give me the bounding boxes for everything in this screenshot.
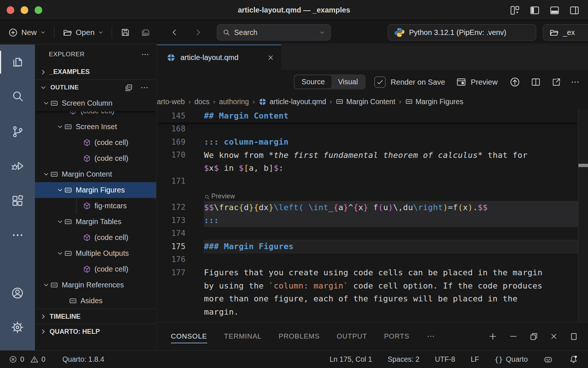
panel-tab-console[interactable]: CONSOLE: [171, 329, 207, 344]
new-icon: [8, 28, 18, 38]
breadcrumb-item[interactable]: article-layout.qmd: [258, 98, 326, 106]
outline-section-header[interactable]: OUTLINE: [35, 79, 156, 95]
line-content: ## Margin Content: [204, 109, 578, 123]
outline-item-screen-inset[interactable]: Screen Inset: [35, 119, 156, 135]
activity-gear-button[interactable]: [0, 313, 35, 342]
activity-account-button[interactable]: [0, 279, 35, 307]
outline-item-screen-column[interactable]: Screen Column: [35, 95, 156, 111]
panel-tab-terminal[interactable]: TERMINAL: [224, 329, 262, 344]
explorer-title: EXPLORER: [49, 51, 141, 58]
new-button[interactable]: New: [8, 28, 46, 38]
folder-icon: [549, 28, 559, 38]
save-all-icon[interactable]: [140, 27, 151, 38]
activity-search-button[interactable]: [0, 82, 35, 110]
gear-icon: [11, 321, 24, 334]
editor-more-icon[interactable]: [570, 77, 580, 87]
activity-git-button[interactable]: [0, 117, 35, 146]
publish-icon[interactable]: [509, 77, 520, 88]
outline-item-margin-tables[interactable]: Margin Tables: [35, 214, 156, 230]
render-on-save-checkbox[interactable]: [374, 77, 386, 88]
toggle-panel-icon[interactable]: [549, 5, 560, 16]
toggle-secondary-sidebar-icon[interactable]: [569, 5, 580, 16]
breadcrumb-item[interactable]: arto-web: [157, 98, 185, 106]
copilot-icon[interactable]: [543, 354, 553, 364]
chevron-down-icon: [42, 281, 50, 289]
breadcrumb-item[interactable]: docs: [194, 98, 209, 106]
breadcrumb-item[interactable]: authoring: [219, 98, 249, 106]
toggle-sidebar-icon[interactable]: [529, 5, 540, 16]
code-line: margin.: [157, 305, 578, 319]
scrollbar-thumb[interactable]: [578, 164, 588, 167]
navigate-back-icon[interactable]: [170, 28, 179, 37]
collapse-all-icon[interactable]: [124, 83, 133, 92]
new-console-icon[interactable]: [488, 332, 498, 341]
code-editor[interactable]: 145## Margin Content168169::: column-mar…: [157, 109, 578, 322]
navigate-forward-icon[interactable]: [194, 28, 202, 37]
preview-icon[interactable]: [456, 77, 466, 87]
encoding-status[interactable]: UTF-8: [435, 355, 455, 364]
eol-status[interactable]: LF: [471, 355, 479, 364]
restore-panel-icon[interactable]: [529, 332, 538, 341]
code-line: $x$ in $[a, b]$:: [157, 162, 578, 175]
maximize-panel-icon[interactable]: [569, 332, 578, 341]
split-editor-icon[interactable]: [531, 77, 541, 87]
explorer-more-icon[interactable]: [141, 50, 150, 59]
timeline-section[interactable]: TIMELINE: [35, 309, 156, 324]
indentation-status[interactable]: Spaces: 2: [388, 355, 420, 364]
tab-article-layout[interactable]: article-layout.qmd: [157, 45, 281, 70]
breadcrumb-item[interactable]: Margin Figures: [405, 98, 463, 106]
interpreter-selector[interactable]: Python 3.12.1 (PipEnv: .venv): [388, 24, 536, 40]
code-line: 170We know from *the first fundamental t…: [157, 149, 578, 162]
chevron-right-icon: [39, 68, 47, 76]
source-mode-button[interactable]: Source: [295, 75, 331, 88]
minimize-panel-icon[interactable]: [509, 332, 518, 341]
outline-item--code-cell-[interactable]: (code cell): [35, 261, 156, 277]
outline-item-asides[interactable]: Asides: [35, 293, 156, 309]
project-button[interactable]: _ex: [543, 24, 588, 40]
chevron-down-icon: [40, 29, 46, 35]
workspace-section[interactable]: _EXAMPLES: [35, 64, 156, 79]
activity-debug-button[interactable]: [0, 152, 35, 180]
activity-files-button[interactable]: [0, 48, 35, 77]
outline-item-margin-content[interactable]: Margin Content: [35, 166, 156, 182]
quarto-version-status[interactable]: Quarto: 1.8.4: [62, 355, 104, 364]
open-button[interactable]: Open: [62, 28, 104, 38]
code-cell-icon: [83, 202, 91, 210]
outline-item--code-cell-[interactable]: (code cell): [35, 135, 156, 151]
panel-more-icon[interactable]: [426, 332, 435, 341]
render-on-save-label: Render on Save: [391, 78, 445, 86]
problems-status[interactable]: 0 0: [9, 355, 46, 364]
chevron-down-icon: [56, 186, 64, 194]
search-input[interactable]: Search: [217, 24, 331, 40]
outline-more-icon[interactable]: [140, 83, 149, 92]
visual-mode-button[interactable]: Visual: [331, 75, 365, 88]
customize-layout-icon[interactable]: [509, 5, 520, 16]
outline-item-margin-figures[interactable]: Margin Figures: [35, 182, 156, 198]
outline-item-margin-references[interactable]: Margin References: [35, 277, 156, 293]
open-external-icon[interactable]: [551, 77, 562, 87]
activity-kebab-button[interactable]: [0, 221, 35, 250]
notifications-bell-icon[interactable]: [569, 354, 578, 364]
panel-tab-ports[interactable]: PORTS: [384, 329, 409, 344]
close-tab-icon[interactable]: [267, 54, 275, 61]
preview-button[interactable]: Preview: [471, 78, 498, 86]
line-number: 145: [157, 112, 204, 120]
outline-item--code-cell-[interactable]: (code cell): [35, 230, 156, 245]
activity-extensions-button[interactable]: [0, 187, 35, 215]
editor-scrollbar[interactable]: [578, 109, 588, 322]
language-mode-status[interactable]: {} Quarto: [494, 355, 528, 364]
breadcrumb-item[interactable]: Margin Content: [336, 98, 395, 106]
outline-item-fig-mtcars[interactable]: fig-mtcars: [35, 198, 156, 214]
quarto-help-section[interactable]: QUARTO: HELP: [35, 324, 156, 339]
panel-tabs: CONSOLETERMINALPROBLEMSOUTPUTPORTS: [157, 329, 488, 344]
breadcrumb-separator: ›: [213, 98, 216, 106]
panel-tab-output[interactable]: OUTPUT: [337, 329, 367, 344]
codelens-row[interactable]: Preview: [157, 188, 578, 201]
panel-tab-problems[interactable]: PROBLEMS: [279, 329, 320, 344]
cursor-position-status[interactable]: Ln 175, Col 1: [330, 355, 372, 364]
save-icon[interactable]: [120, 27, 130, 38]
close-panel-icon[interactable]: [549, 332, 558, 341]
window-title: article-layout.qmd — _examples: [0, 0, 588, 20]
outline-item-multiple-outputs[interactable]: Multiple Outputs: [35, 245, 156, 261]
outline-item--code-cell-[interactable]: (code cell): [35, 151, 156, 166]
